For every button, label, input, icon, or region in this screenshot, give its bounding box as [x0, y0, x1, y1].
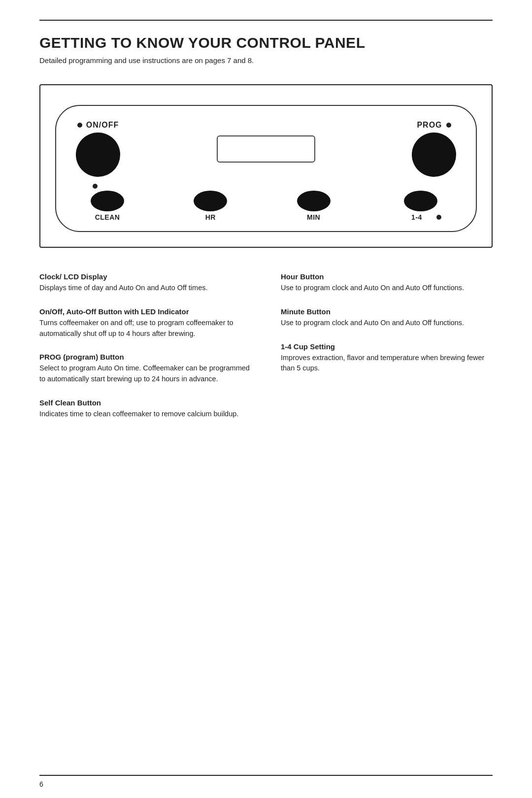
prog-button[interactable] [412, 133, 456, 177]
desc-hour-title: Hour Button [281, 272, 493, 281]
hr-label: HR [194, 213, 227, 221]
desc-self-clean-body: Indicates time to clean coffeemaker to r… [39, 409, 251, 420]
onoff-led-dot [77, 123, 82, 128]
min-group: MIN [297, 191, 331, 221]
panel-body: ON/OFF PROG [55, 105, 477, 232]
min-label: MIN [297, 213, 331, 221]
desc-minute-title: Minute Button [281, 307, 493, 316]
desc-clock-lcd-body: Displays time of day and Auto On and Aut… [39, 283, 251, 294]
control-panel-diagram: ON/OFF PROG [39, 84, 493, 248]
desc-onoff: On/Off, Auto-Off Button with LED Indicat… [39, 307, 251, 339]
bottom-area: 6 [0, 775, 532, 798]
cup-setting-button[interactable] [404, 191, 437, 211]
clean-led-dot [93, 184, 98, 189]
desc-prog-body: Select to program Auto On time. Coffeema… [39, 363, 251, 385]
desc-minute: Minute Button Use to program clock and A… [281, 307, 493, 329]
prog-led-dot [446, 123, 451, 128]
prog-top: PROG [417, 121, 451, 130]
cup-setting-group: 1-4 [400, 191, 441, 221]
onoff-group: ON/OFF [76, 121, 120, 177]
prog-group: PROG [412, 121, 456, 177]
desc-cup-setting: 1-4 Cup Setting Improves extraction, fla… [281, 342, 493, 374]
desc-hour-body: Use to program clock and Auto On and Aut… [281, 283, 493, 294]
lcd-display [217, 135, 315, 163]
panel-top-section: ON/OFF PROG [76, 121, 456, 177]
cup-label: 1-4 [400, 213, 433, 221]
subtitle: Detailed programming and use instruction… [39, 56, 493, 65]
desc-onoff-title: On/Off, Auto-Off Button with LED Indicat… [39, 307, 251, 316]
desc-cup-setting-body: Improves extraction, flavor and temperat… [281, 353, 493, 374]
cup-led-dot [436, 215, 441, 220]
hr-group: HR [194, 191, 227, 221]
prog-label: PROG [417, 121, 442, 130]
desc-prog: PROG (program) Button Select to program … [39, 353, 251, 385]
descriptions-right: Hour Button Use to program clock and Aut… [281, 272, 493, 433]
desc-onoff-body: Turns coffeemaker on and off; use to pro… [39, 318, 251, 339]
desc-clock-lcd-title: Clock/ LCD Display [39, 272, 251, 281]
onoff-top: ON/OFF [77, 121, 119, 130]
hr-button[interactable] [194, 191, 227, 211]
clean-button[interactable] [91, 191, 124, 211]
desc-self-clean-title: Self Clean Button [39, 399, 251, 407]
descriptions: Clock/ LCD Display Displays time of day … [39, 272, 493, 433]
lcd-display-group [217, 135, 315, 163]
top-border [39, 20, 493, 21]
panel-bottom-section: CLEAN HR MIN 1-4 [76, 184, 456, 221]
bottom-border [39, 775, 493, 776]
page-number: 6 [39, 780, 43, 788]
desc-prog-title: PROG (program) Button [39, 353, 251, 361]
desc-hour: Hour Button Use to program clock and Aut… [281, 272, 493, 294]
desc-minute-body: Use to program clock and Auto On and Aut… [281, 318, 493, 329]
onoff-label: ON/OFF [86, 121, 119, 130]
clean-label: CLEAN [91, 213, 124, 221]
desc-clock-lcd: Clock/ LCD Display Displays time of day … [39, 272, 251, 294]
onoff-button[interactable] [76, 133, 120, 177]
cup-label-row: 1-4 [400, 213, 441, 221]
page-title: GETTING TO KNOW YOUR CONTROL PANEL [39, 34, 493, 51]
desc-self-clean: Self Clean Button Indicates time to clea… [39, 399, 251, 420]
desc-cup-setting-title: 1-4 Cup Setting [281, 342, 493, 351]
descriptions-left: Clock/ LCD Display Displays time of day … [39, 272, 251, 433]
min-button[interactable] [297, 191, 331, 211]
clean-group: CLEAN [91, 184, 124, 221]
